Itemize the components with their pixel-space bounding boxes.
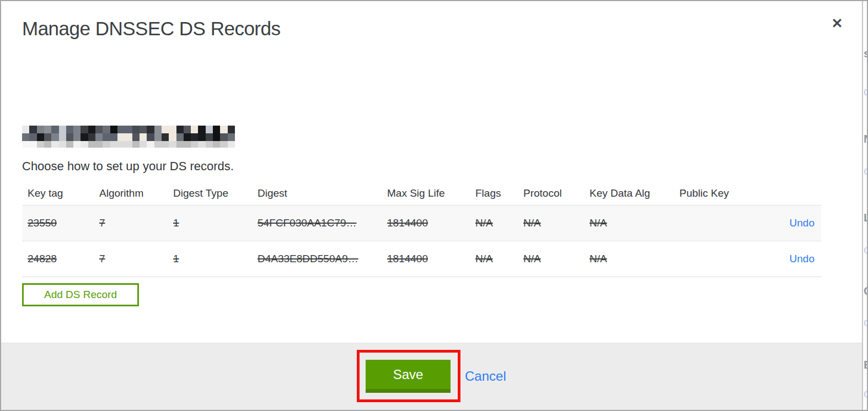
- table-row: 235507154FCF030AA1C79…1814400N/AN/AN/AUn…: [22, 205, 821, 241]
- column-header: Key Data Alg: [584, 182, 674, 205]
- column-header: Digest Type: [168, 182, 252, 205]
- cancel-link[interactable]: Cancel: [465, 369, 506, 384]
- background-text-fragment: o: [864, 244, 867, 256]
- table-header-row: Key tagAlgorithmDigest TypeDigestMax Sig…: [22, 182, 821, 205]
- cell-flags: N/A: [470, 241, 518, 277]
- cell-max-sig-life: 1814400: [382, 241, 470, 277]
- ds-records-table: Key tagAlgorithmDigest TypeDigestMax Sig…: [22, 182, 821, 277]
- cell-algorithm: 7: [94, 205, 168, 241]
- background-text-fragment: d: [864, 85, 867, 98]
- page-title: Manage DNSSEC DS Records: [22, 18, 280, 40]
- undo-link[interactable]: Undo: [790, 253, 815, 264]
- background-text-fragment: o: [864, 387, 867, 400]
- cell-action: Undo: [757, 205, 821, 241]
- save-button[interactable]: Save: [366, 360, 451, 393]
- background-text-fragment: N: [864, 132, 867, 145]
- cell-protocol: N/A: [518, 205, 584, 241]
- column-header: Protocol: [518, 182, 584, 205]
- background-text-fragment: o: [864, 316, 867, 329]
- column-header: Algorithm: [94, 182, 168, 205]
- background-text-fragment: E: [864, 358, 867, 371]
- cell-algorithm: 7: [94, 241, 168, 277]
- background-text-fragment: o: [864, 165, 867, 177]
- cell-digest-type: 1: [168, 241, 252, 277]
- background-page-edge: sdNoLoCoEo: [862, 1, 867, 410]
- column-header: Digest: [252, 182, 382, 205]
- background-text-fragment: C: [864, 284, 867, 298]
- table-row: 2482871D4A33E8DD550A9…1814400N/AN/AN/AUn…: [22, 241, 821, 277]
- column-header: Key tag: [22, 182, 94, 205]
- add-ds-record-button[interactable]: Add DS Record: [22, 283, 139, 306]
- background-text-fragment: L: [864, 211, 867, 224]
- cell-public-key: [674, 241, 757, 277]
- cell-digest: D4A33E8DD550A9…: [252, 241, 382, 277]
- instruction-text: Choose how to set up your DS records.: [22, 159, 234, 174]
- close-icon[interactable]: ✕: [827, 13, 847, 33]
- cell-key-tag: 23550: [22, 205, 94, 241]
- cell-key-data-alg: N/A: [584, 241, 674, 277]
- cell-flags: N/A: [470, 205, 518, 241]
- column-header: Max Sig Life: [382, 182, 470, 205]
- cell-action: Undo: [757, 241, 821, 277]
- cell-protocol: N/A: [518, 241, 584, 277]
- cell-max-sig-life: 1814400: [382, 205, 470, 241]
- dnssec-modal: Manage DNSSEC DS Records ✕ Choose how to…: [0, 0, 868, 411]
- background-text-fragment: s: [864, 47, 867, 60]
- cell-key-data-alg: N/A: [584, 205, 674, 241]
- cell-key-tag: 24828: [22, 241, 94, 277]
- cell-digest-type: 1: [168, 205, 252, 241]
- column-header: Flags: [470, 182, 518, 205]
- redacted-domain-name: [22, 126, 235, 148]
- column-header: Public Key: [674, 182, 757, 205]
- undo-link[interactable]: Undo: [790, 217, 815, 229]
- cell-digest: 54FCF030AA1C79…: [252, 205, 382, 241]
- cell-public-key: [674, 205, 757, 241]
